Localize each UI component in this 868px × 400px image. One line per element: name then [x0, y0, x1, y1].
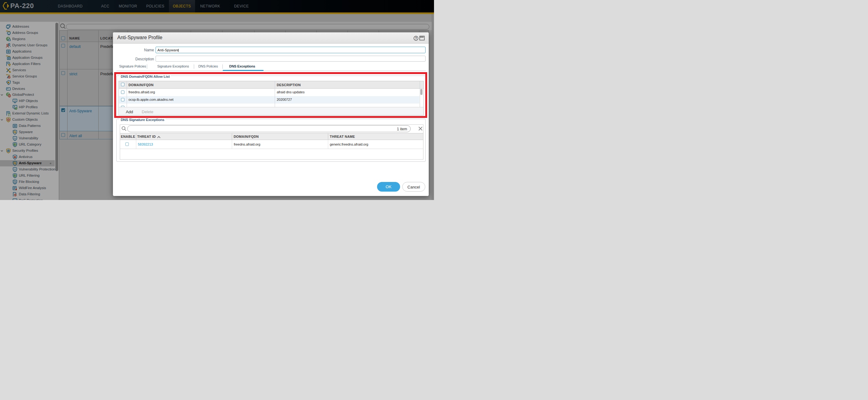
svg-text:?: ? [415, 37, 417, 40]
